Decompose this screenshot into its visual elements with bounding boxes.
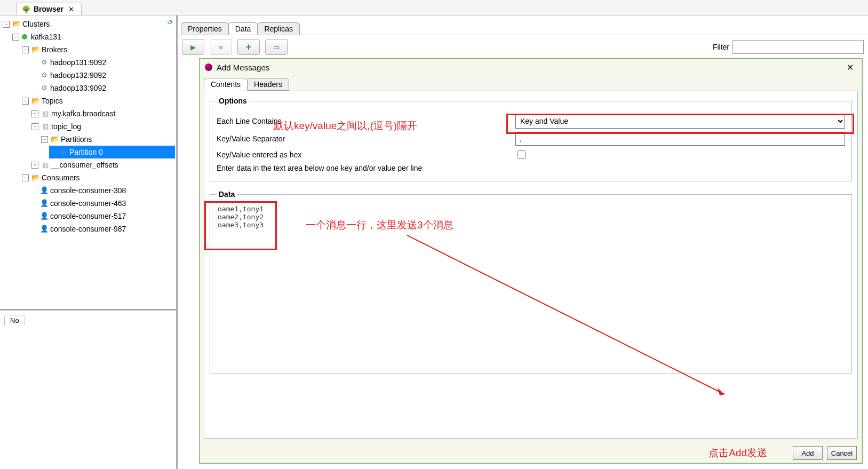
tab-properties[interactable]: Properties bbox=[181, 22, 229, 35]
tree-broker-item[interactable]: ⚙hadoop132:9092 bbox=[30, 69, 175, 82]
tree-label: console-consumer-987 bbox=[50, 222, 126, 235]
dialog-title: Add Messages bbox=[217, 63, 269, 72]
filter-input[interactable] bbox=[732, 40, 864, 54]
refresh-icon[interactable]: ↺ bbox=[165, 18, 174, 26]
topic-icon: ▥ bbox=[41, 161, 50, 169]
dialog-titlebar: Add Messages ✕ bbox=[200, 59, 862, 76]
partition-icon: ▦ bbox=[59, 148, 68, 156]
dialog-buttons: 点击Add发送 Add Cancel bbox=[200, 443, 862, 463]
svg-marker-1 bbox=[718, 388, 724, 395]
tree-brokers[interactable]: −📂Brokers bbox=[20, 43, 175, 56]
tree-consumer-item[interactable]: 👤console-consumer-517 bbox=[30, 210, 175, 222]
folder-open-icon: 📂 bbox=[31, 97, 40, 105]
separator-input[interactable] bbox=[515, 132, 845, 146]
gear-icon: ⚙ bbox=[40, 84, 49, 92]
tree-label: Partition 0 bbox=[69, 146, 103, 158]
topic-icon: ▥ bbox=[41, 109, 50, 118]
tab-label: Properties bbox=[188, 25, 222, 33]
expand-icon[interactable]: + bbox=[31, 110, 38, 117]
close-icon[interactable]: ✕ bbox=[67, 5, 76, 13]
browser-tab-title: Browser bbox=[34, 5, 63, 13]
tree-label: Partitions bbox=[61, 133, 92, 146]
add-messages-dialog: Add Messages ✕ Contents Headers Options … bbox=[199, 58, 863, 464]
tree-broker-item[interactable]: ⚙hadoop133:9092 bbox=[30, 82, 175, 94]
browser-tab[interactable]: 🌳 Browser ✕ bbox=[16, 3, 82, 15]
tree-consumer-item[interactable]: 👤console-consumer-308 bbox=[30, 184, 175, 197]
close-button[interactable]: ✕ bbox=[843, 61, 857, 74]
tree-label: Brokers bbox=[42, 43, 67, 56]
collapse-icon[interactable]: − bbox=[22, 46, 29, 53]
folder-open-icon: 📂 bbox=[31, 173, 40, 182]
tree-topics[interactable]: −📂Topics bbox=[20, 94, 175, 107]
tab-data[interactable]: Data bbox=[228, 22, 258, 35]
plus-icon: + bbox=[246, 42, 252, 53]
dialog-tabs: Contents Headers bbox=[200, 76, 862, 91]
tree-topic-item[interactable]: +▥__consumer_offsets bbox=[30, 158, 175, 171]
gear-icon: ⚙ bbox=[40, 71, 49, 80]
collapse-icon[interactable]: − bbox=[31, 123, 38, 130]
expand-icon[interactable]: + bbox=[31, 162, 38, 169]
options-legend: Options bbox=[217, 97, 249, 105]
tree-label: console-consumer-308 bbox=[50, 184, 126, 197]
tree-label: hadoop133:9092 bbox=[50, 82, 106, 94]
tree-broker-item[interactable]: ⚙hadoop131:9092 bbox=[30, 56, 175, 69]
tree-cluster[interactable]: −kafka131 bbox=[11, 30, 175, 43]
tab-label: No bbox=[10, 316, 19, 324]
tree-topic-item[interactable]: +▥my.kafka.broadcast bbox=[30, 107, 175, 120]
tree-partition-0[interactable]: ▦Partition 0 bbox=[49, 146, 175, 158]
tree-label: hadoop132:9092 bbox=[50, 69, 106, 82]
view-tabs: Properties Data Replicas bbox=[178, 20, 868, 35]
cancel-button[interactable]: Cancel bbox=[827, 446, 857, 460]
tab-label: Replicas bbox=[264, 25, 293, 33]
no-detail-tab[interactable]: No bbox=[4, 315, 25, 325]
collapse-icon[interactable]: − bbox=[3, 21, 10, 28]
tree-root-clusters[interactable]: −📂Clusters bbox=[1, 18, 175, 30]
collapse-icon[interactable]: − bbox=[22, 174, 29, 181]
hex-checkbox[interactable] bbox=[517, 150, 526, 159]
data-toolbar: ▶ ■ + ▭ Filter bbox=[178, 35, 868, 59]
tree-topic-item[interactable]: −▥topic_log bbox=[30, 120, 175, 133]
each-line-label: Each Line Contains bbox=[217, 117, 515, 125]
tree-label: hadoop131:9092 bbox=[50, 56, 106, 69]
each-line-select[interactable]: Key and Value bbox=[515, 114, 845, 129]
view-icon: ▭ bbox=[273, 43, 280, 51]
tree-label: Clusters bbox=[22, 18, 50, 30]
dialog-body: Options Each Line Contains Key and Value… bbox=[204, 91, 858, 439]
tree-label: my.kafka.broadcast bbox=[51, 107, 115, 120]
status-dot-icon bbox=[22, 34, 27, 39]
filter-label: Filter bbox=[713, 43, 729, 51]
folder-open-icon: 📂 bbox=[31, 45, 40, 54]
collapse-icon[interactable]: − bbox=[41, 136, 48, 143]
collapse-icon[interactable]: − bbox=[22, 98, 29, 105]
data-textarea[interactable]: name1,tony1 name2,tony2 name3,tony3 bbox=[217, 204, 847, 366]
tree-consumer-item[interactable]: 👤console-consumer-463 bbox=[30, 197, 175, 210]
tree-icon: 🌳 bbox=[22, 5, 30, 13]
consumer-icon: 👤 bbox=[40, 199, 49, 208]
top-tab-bar: 🌳 Browser ✕ bbox=[0, 0, 868, 15]
stop-button[interactable]: ■ bbox=[210, 39, 232, 55]
tab-contents[interactable]: Contents bbox=[204, 78, 248, 91]
tree-label: console-consumer-517 bbox=[50, 210, 126, 222]
gear-icon: ⚙ bbox=[40, 58, 49, 67]
tree-label: kafka131 bbox=[31, 30, 61, 43]
tree-label: Topics bbox=[42, 94, 63, 107]
no-detail-panel: No bbox=[0, 309, 176, 469]
folder-open-icon: 📂 bbox=[12, 20, 21, 28]
data-fieldset: Data name1,tony1 name2,tony2 name3,tony3 bbox=[210, 190, 852, 373]
tree-consumer-item[interactable]: 👤console-consumer-987 bbox=[30, 222, 175, 235]
stop-icon: ■ bbox=[219, 43, 223, 51]
add-button[interactable]: + bbox=[237, 39, 260, 55]
folder-open-icon: 📂 bbox=[51, 135, 59, 144]
tab-headers[interactable]: Headers bbox=[247, 78, 289, 91]
tree-partitions[interactable]: −📂Partitions bbox=[39, 133, 175, 146]
tree-label: console-consumer-463 bbox=[50, 197, 126, 210]
collapse-icon[interactable]: − bbox=[12, 34, 19, 41]
hint-text: Enter data in the text area below one ke… bbox=[217, 164, 422, 172]
add-confirm-button[interactable]: Add bbox=[793, 446, 823, 460]
play-button[interactable]: ▶ bbox=[182, 39, 204, 55]
cluster-tree[interactable]: −📂Clusters −kafka131 −📂Brokers ⚙hadoop13… bbox=[1, 18, 175, 235]
view-button[interactable]: ▭ bbox=[265, 39, 288, 55]
tab-replicas[interactable]: Replicas bbox=[257, 22, 300, 35]
right-pane: Properties Data Replicas ▶ ■ + ▭ Filter … bbox=[178, 15, 868, 469]
tree-consumers[interactable]: −📂Consumers bbox=[20, 171, 175, 184]
